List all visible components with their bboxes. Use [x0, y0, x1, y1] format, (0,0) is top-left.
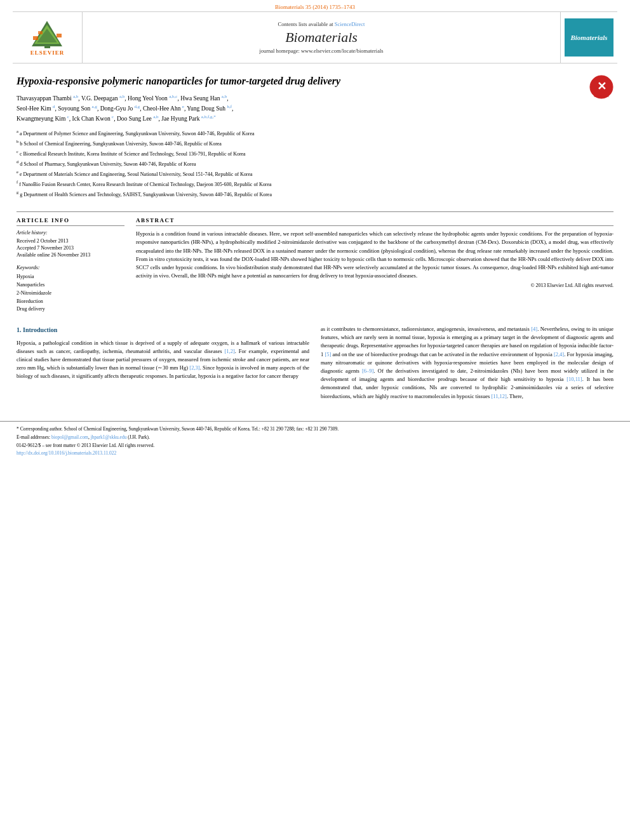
- authors-line: Thavasyappan Thambi a,b, V.G. Deepagan a…: [17, 93, 582, 124]
- svg-rect-4: [33, 36, 38, 40]
- abstract-title: ABSTRACT: [136, 217, 613, 226]
- elsevier-logo-area: ELSEVIER: [13, 12, 83, 63]
- keyword-nitroimidazole: 2-Nitroimidazole: [17, 290, 124, 298]
- ref-10-11: [10,11]: [566, 376, 582, 382]
- elsevier-tree-icon: [27, 20, 68, 48]
- email-note: E-mail addresses: biopol@gmail.com, jhpa…: [17, 434, 613, 441]
- article-info-col: ARTICLE INFO Article history: Received 2…: [17, 217, 124, 314]
- doi-link[interactable]: http://dx.doi.org/10.1016/j.biomaterials…: [17, 450, 613, 456]
- banner-center: Contents lists available at ScienceDirec…: [83, 12, 560, 63]
- keyword-bioreduction: Bioreduction: [17, 298, 124, 306]
- issn-note: 0142-9612/$ – see front matter © 2013 El…: [17, 442, 613, 449]
- article-info-abstract: ARTICLE INFO Article history: Received 2…: [17, 217, 613, 314]
- abstract-col: ABSTRACT Hypoxia is a condition found in…: [136, 217, 613, 314]
- email-biopol[interactable]: biopol@gmail.com: [51, 434, 88, 440]
- ref-6-9: [6–9]: [362, 368, 373, 374]
- contents-line: Contents lists available at ScienceDirec…: [278, 21, 365, 27]
- journal-banner: ELSEVIER Contents lists available at Sci…: [13, 11, 617, 63]
- section-divider-top: [17, 211, 613, 212]
- keywords-label: Keywords:: [17, 264, 124, 270]
- main-content: Hypoxia-responsive polymeric nanoparticl…: [0, 63, 630, 410]
- abstract-text: Hypoxia is a condition found in various …: [136, 230, 613, 280]
- homepage-line: journal homepage: www.elsevier.com/locat…: [259, 48, 383, 54]
- keyword-nanoparticles: Nanoparticles: [17, 281, 124, 290]
- abstract-copyright: © 2013 Elsevier Ltd. All rights reserved…: [136, 283, 613, 288]
- section-heading-intro: 1. Introduction: [17, 325, 309, 335]
- available-date: Available online 26 November 2013: [17, 252, 124, 258]
- email-jhpark[interactable]: jhpark1@skku.edu: [91, 434, 127, 440]
- intro-right-text: as it contributes to chemoresistance, ra…: [321, 325, 613, 401]
- elsevier-text: ELSEVIER: [30, 50, 65, 56]
- ref-5: [5]: [325, 351, 331, 357]
- article-title: Hypoxia-responsive polymeric nanoparticl…: [17, 75, 582, 88]
- ref-1-2: [1,2]: [224, 348, 234, 354]
- article-title-section: Hypoxia-responsive polymeric nanoparticl…: [17, 75, 613, 205]
- introduction-section: 1. Introduction Hypoxia, a pathological …: [17, 325, 613, 403]
- svg-text:✕: ✕: [597, 80, 607, 93]
- footer: * Corresponding author. School of Chemic…: [0, 421, 630, 457]
- keyword-drug-delivery: Drug delivery: [17, 305, 124, 314]
- received-date: Received 2 October 2013: [17, 238, 124, 244]
- ref-11-12: [11,12]: [491, 393, 506, 399]
- article-info-title: ARTICLE INFO: [17, 217, 124, 226]
- svg-rect-6: [38, 31, 43, 34]
- corresponding-note: * Corresponding author. School of Chemic…: [17, 425, 613, 432]
- ref-2-3: [2,3]: [189, 364, 199, 371]
- sciencedirect-link[interactable]: ScienceDirect: [335, 21, 365, 27]
- article-title-text: Hypoxia-responsive polymeric nanoparticl…: [17, 75, 582, 205]
- biomaterials-logo-right: Biomaterials: [560, 12, 617, 63]
- intro-right-col: as it contributes to chemoresistance, ra…: [321, 325, 613, 403]
- journal-citation: Biomaterials 35 (2014) 1735–1743: [0, 0, 630, 11]
- affiliations: a a Department of Polymer Science and En…: [17, 128, 582, 199]
- introduction-two-col: 1. Introduction Hypoxia, a pathological …: [17, 325, 613, 403]
- intro-left-text: Hypoxia, a pathological condition in whi…: [17, 339, 309, 381]
- crossmark-badge[interactable]: ✕ CrossMark: [589, 75, 613, 99]
- journal-title: Biomaterials: [285, 29, 358, 46]
- svg-rect-5: [57, 34, 62, 37]
- svg-text:CrossMark: CrossMark: [594, 94, 610, 98]
- keyword-hypoxia: Hypoxia: [17, 273, 124, 281]
- bio-logo-box: Biomaterials: [565, 18, 613, 57]
- ref-4: [4]: [531, 326, 537, 332]
- ref-2-4: [2,4]: [554, 351, 564, 357]
- accepted-date: Accepted 7 November 2013: [17, 245, 124, 251]
- intro-left-col: 1. Introduction Hypoxia, a pathological …: [17, 325, 309, 403]
- article-history-label: Article history:: [17, 230, 124, 236]
